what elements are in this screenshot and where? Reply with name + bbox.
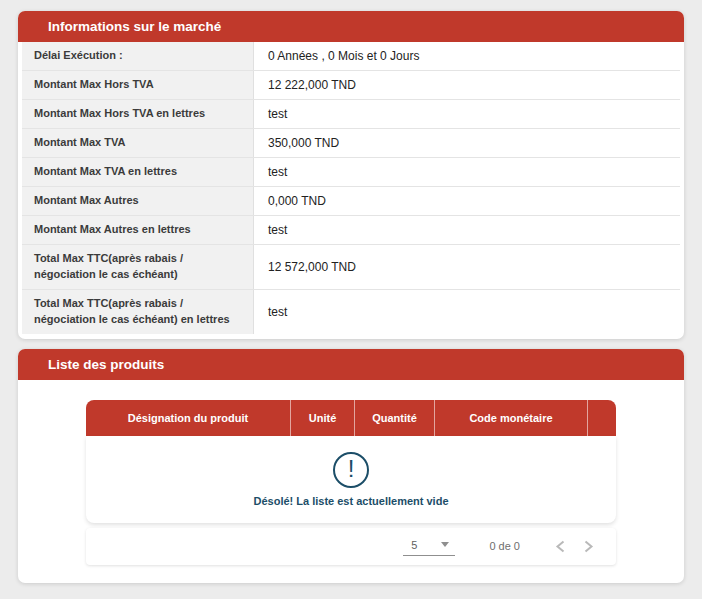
column-header-quantite: Quantité	[355, 400, 435, 436]
info-label: Montant Max TVA en lettres	[22, 158, 254, 186]
paginator-range-label: 0 de 0	[489, 540, 520, 552]
empty-state-message: Désolé! La liste est actuellement vide	[253, 495, 448, 507]
info-row-max-tva-lettres: Montant Max TVA en lettres test	[22, 158, 680, 187]
info-value: test	[254, 290, 680, 334]
products-body: Désignation du produit Unité Quantité Co…	[18, 380, 684, 565]
info-value: test	[254, 216, 680, 244]
info-value: 12 222,000 TND	[254, 71, 680, 99]
info-row-total-ttc: Total Max TTC(après rabais / négociation…	[22, 245, 680, 290]
info-row-max-tva: Montant Max TVA 350,000 TND	[22, 129, 680, 158]
info-value: test	[254, 158, 680, 186]
paginator: 5 0 de 0	[86, 528, 616, 565]
market-info-title: Informations sur le marché	[18, 11, 684, 42]
products-card: Liste des produits Désignation du produi…	[18, 349, 684, 583]
previous-page-button[interactable]	[546, 532, 574, 560]
info-label: Montant Max Hors TVA en lettres	[22, 100, 254, 128]
column-header-unite: Unité	[291, 400, 355, 436]
info-label: Total Max TTC(après rabais / négociation…	[22, 290, 254, 334]
products-title: Liste des produits	[18, 349, 684, 380]
info-value: 12 572,000 TND	[254, 245, 680, 289]
info-label: Montant Max TVA	[22, 129, 254, 157]
page-size-select[interactable]: 5	[403, 537, 455, 556]
market-info-card: Informations sur le marché Délai Exécuti…	[18, 11, 684, 339]
info-row-delai: Délai Exécution : 0 Années , 0 Mois et 0…	[22, 42, 680, 71]
empty-state: ! Désolé! La liste est actuellement vide	[86, 436, 616, 523]
chevron-left-icon	[555, 540, 566, 553]
info-label: Délai Exécution :	[22, 42, 254, 70]
products-table-header: Désignation du produit Unité Quantité Co…	[86, 400, 616, 436]
info-value: 0 Années , 0 Mois et 0 Jours	[254, 42, 680, 70]
info-label: Montant Max Hors TVA	[22, 71, 254, 99]
market-info-table: Délai Exécution : 0 Années , 0 Mois et 0…	[18, 42, 684, 339]
info-row-max-hors-tva-lettres: Montant Max Hors TVA en lettres test	[22, 100, 680, 129]
dropdown-arrow-icon	[441, 542, 449, 547]
info-value: 350,000 TND	[254, 129, 680, 157]
info-label: Total Max TTC(après rabais / négociation…	[22, 245, 254, 289]
info-row-total-ttc-lettres: Total Max TTC(après rabais / négociation…	[22, 290, 680, 334]
info-row-max-autres: Montant Max Autres 0,000 TND	[22, 187, 680, 216]
info-label: Montant Max Autres	[22, 187, 254, 215]
products-table: Désignation du produit Unité Quantité Co…	[86, 400, 616, 523]
chevron-right-icon	[583, 540, 594, 553]
exclamation-circle-icon: !	[333, 452, 369, 488]
pager-buttons	[546, 532, 602, 560]
info-value: 0,000 TND	[254, 187, 680, 215]
info-row-max-autres-lettres: Montant Max Autres en lettres test	[22, 216, 680, 245]
info-row-max-hors-tva: Montant Max Hors TVA 12 222,000 TND	[22, 71, 680, 100]
column-header-code-monetaire: Code monétaire	[435, 400, 588, 436]
next-page-button[interactable]	[574, 532, 602, 560]
info-label: Montant Max Autres en lettres	[22, 216, 254, 244]
column-header-actions	[588, 400, 616, 436]
info-value: test	[254, 100, 680, 128]
column-header-designation: Désignation du produit	[86, 400, 291, 436]
page-size-value: 5	[411, 539, 417, 551]
